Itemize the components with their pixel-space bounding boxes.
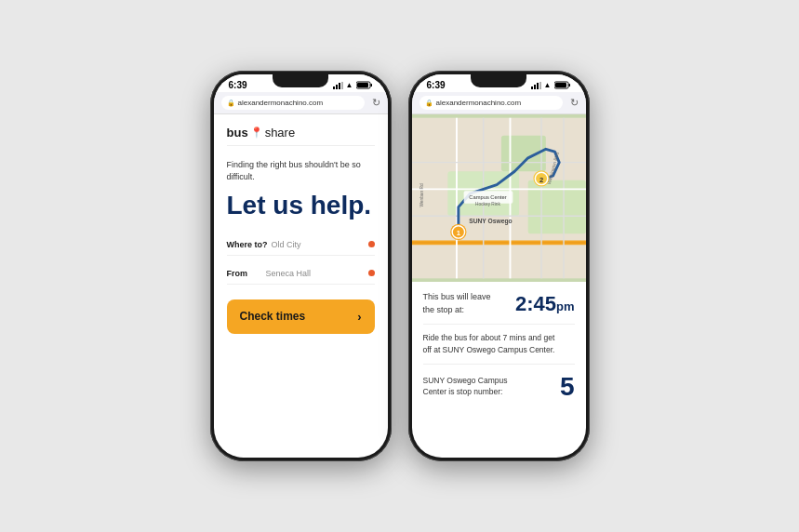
notch [273, 74, 328, 87]
wifi-icon: ▲ [346, 81, 353, 89]
lock-icon: 🔒 [227, 100, 235, 107]
check-times-label: Check times [240, 310, 306, 323]
right-reload-icon[interactable]: ↻ [570, 97, 579, 109]
check-times-button[interactable]: Check times › [227, 299, 375, 334]
tagline: Finding the right bus shouldn't be so di… [227, 159, 375, 182]
headline: Let us help. [227, 192, 375, 219]
result-content: This bus will leave the stop at: 2:45pm … [412, 282, 586, 411]
from-dot [368, 270, 375, 276]
right-page-content: 1 2 Campus Center Hockey Rink SUNY Osweg… [412, 114, 586, 458]
map-area: 1 2 Campus Center Hockey Rink SUNY Osweg… [412, 114, 586, 282]
right-status-icons: ▲ [531, 81, 571, 89]
svg-rect-8 [534, 85, 536, 89]
left-browser-bar: 🔒 alexandermonachino.com ↻ [214, 92, 388, 114]
reload-icon[interactable]: ↻ [372, 97, 380, 109]
svg-rect-0 [333, 86, 335, 89]
left-phone: 6:39 ▲ [210, 71, 392, 461]
from-field[interactable]: From Seneca Hall [227, 263, 375, 285]
svg-rect-9 [537, 83, 539, 89]
where-to-dot [368, 241, 375, 247]
svg-text:Wenban Rd: Wenban Rd [419, 183, 423, 207]
signal-icon [333, 82, 343, 89]
where-to-label: Where to? [227, 240, 268, 249]
svg-text:Campus Center: Campus Center [469, 194, 506, 200]
svg-rect-12 [568, 84, 570, 86]
left-time: 6:39 [229, 80, 247, 90]
right-notch [471, 74, 526, 87]
svg-rect-7 [531, 86, 533, 89]
svg-rect-3 [341, 82, 343, 89]
right-lock-icon: 🔒 [425, 100, 433, 107]
right-url-text: alexandermonachino.com [436, 99, 522, 107]
check-times-arrow: › [357, 310, 361, 324]
right-wifi-icon: ▲ [544, 81, 552, 89]
svg-rect-6 [357, 83, 368, 87]
right-signal-icon [531, 82, 541, 89]
battery-icon [356, 81, 373, 89]
stop-number: 5 [560, 372, 575, 402]
from-label: From [227, 269, 262, 278]
left-status-bar: 6:39 ▲ [214, 74, 388, 92]
logo-bus-text: bus [227, 126, 248, 140]
left-url-bar[interactable]: 🔒 alexandermonachino.com [221, 96, 365, 110]
from-value: Seneca Hall [266, 269, 365, 278]
phones-container: 6:39 ▲ [210, 71, 590, 461]
stop-label: SUNY Oswego Campus Center is stop number… [423, 376, 508, 398]
right-battery-icon [554, 81, 571, 89]
departure-label: This bus will leave the stop at: [423, 291, 491, 316]
right-phone: 6:39 ▲ [408, 71, 590, 461]
where-to-field[interactable]: Where to? Old City [227, 234, 375, 256]
svg-text:2: 2 [539, 176, 542, 184]
stop-row: SUNY Oswego Campus Center is stop number… [423, 372, 575, 402]
left-status-icons: ▲ [333, 81, 373, 89]
right-status-bar: 6:39 ▲ [412, 74, 586, 92]
ride-info: Ride the bus for about 7 mins and get of… [423, 332, 575, 365]
logo-share-text: share [265, 126, 296, 140]
right-time: 6:39 [427, 80, 446, 90]
right-browser-bar: 🔒 alexandermonachino.com ↻ [412, 92, 586, 114]
left-url-text: alexandermonachino.com [238, 99, 324, 107]
right-url-bar[interactable]: 🔒 alexandermonachino.com [419, 96, 563, 110]
logo-pin-icon: 📍 [250, 126, 263, 139]
left-page-content: bus 📍 share Finding the right bus should… [214, 114, 388, 458]
svg-rect-5 [370, 84, 372, 86]
logo-area: bus 📍 share [227, 126, 375, 146]
departure-time: 2:45pm [515, 292, 575, 316]
svg-text:SUNY Oswego: SUNY Oswego [469, 218, 512, 225]
svg-text:Hockey Rink: Hockey Rink [475, 202, 500, 206]
map-svg: 1 2 Campus Center Hockey Rink SUNY Osweg… [412, 114, 586, 282]
svg-text:1: 1 [456, 229, 460, 237]
where-to-value: Old City [272, 240, 365, 249]
departure-row: This bus will leave the stop at: 2:45pm [423, 291, 575, 325]
svg-rect-13 [555, 83, 566, 87]
svg-rect-2 [339, 83, 340, 89]
svg-rect-10 [539, 82, 541, 89]
svg-rect-1 [336, 85, 338, 89]
landing-page: bus 📍 share Finding the right bus should… [214, 114, 388, 345]
